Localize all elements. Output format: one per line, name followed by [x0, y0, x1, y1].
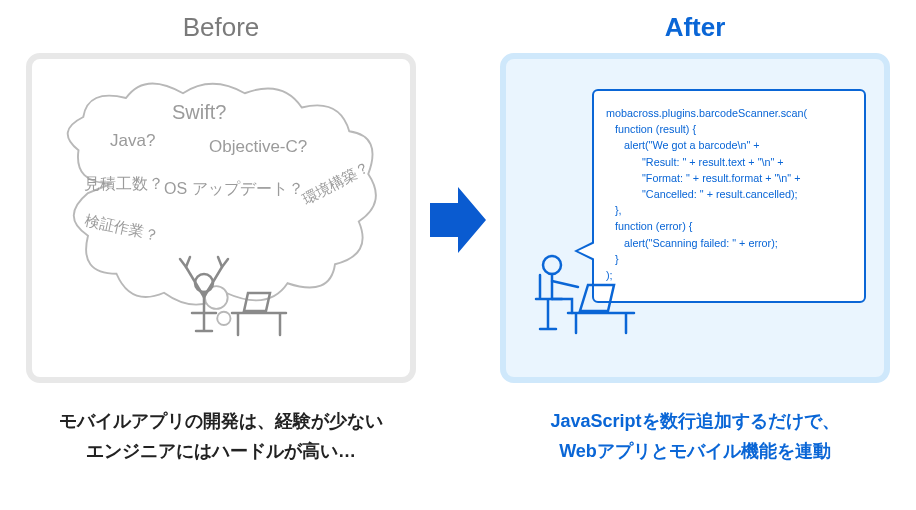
svg-point-2: [195, 274, 213, 292]
before-caption-line1: モバイルアプリの開発は、経験が少ない: [59, 411, 383, 431]
after-card: mobacross.plugins.barcodeScanner.scan( f…: [500, 53, 890, 383]
worry-swift: Swift?: [172, 101, 226, 124]
before-card: Swift? Java? Objective-C? 見積工数？ OS アップデー…: [26, 53, 416, 383]
frustrated-person-icon: [146, 249, 296, 343]
before-panel: Before Swift? Java? Objective-C? 見積工数？ O…: [26, 0, 416, 466]
after-panel: After mobacross.plugins.barcodeScanner.s…: [500, 0, 890, 466]
before-title: Before: [183, 12, 260, 43]
worry-java: Java?: [110, 131, 155, 151]
comparison-diagram: Before Swift? Java? Objective-C? 見積工数？ O…: [0, 0, 916, 510]
worry-mitsumori: 見積工数？: [84, 174, 164, 195]
after-title: After: [665, 12, 726, 43]
coding-person-icon: [522, 239, 642, 343]
arrow-icon: [428, 185, 488, 259]
before-caption: モバイルアプリの開発は、経験が少ない エンジニアにはハードルが高い…: [59, 407, 383, 466]
after-caption: JavaScriptを数行追加するだけで、 Webアプリとモバイル機能を連動: [550, 407, 839, 466]
before-caption-line2: エンジニアにはハードルが高い…: [86, 441, 356, 461]
after-caption-line1: JavaScriptを数行追加するだけで、: [550, 411, 839, 431]
svg-point-3: [543, 256, 561, 274]
worry-os-update: OS アップデート？: [164, 179, 304, 200]
after-caption-line2: Webアプリとモバイル機能を連動: [559, 441, 831, 461]
worry-objc: Objective-C?: [209, 137, 307, 157]
